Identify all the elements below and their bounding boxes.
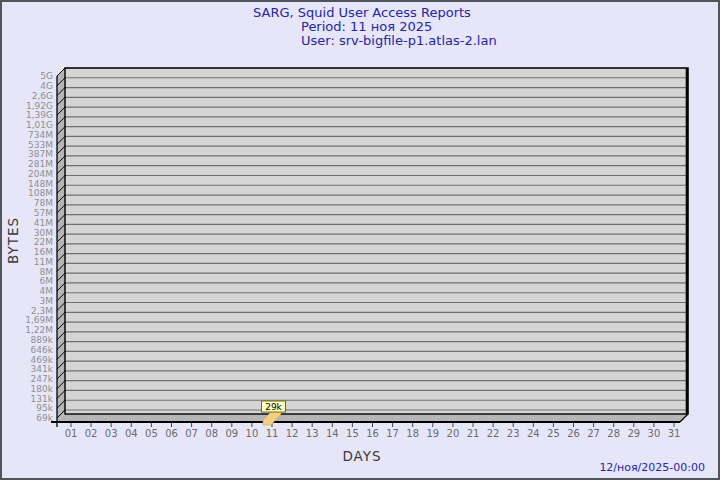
x-tick-label: 27 bbox=[587, 428, 600, 439]
x-tick-label: 16 bbox=[366, 428, 379, 439]
y-tick-label: 1,22M bbox=[25, 325, 53, 335]
y-tick-label: 1,69M bbox=[25, 315, 53, 325]
y-tick-label: 180k bbox=[31, 384, 54, 394]
y-tick-label: 3M bbox=[40, 296, 54, 306]
x-tick-label: 15 bbox=[346, 428, 359, 439]
x-tick-label: 03 bbox=[105, 428, 118, 439]
y-tick-label: 57M bbox=[34, 208, 53, 218]
y-tick-label: 1,92G bbox=[26, 101, 53, 111]
y-tick-label: 6M bbox=[40, 276, 54, 286]
y-tick-label: 16M bbox=[34, 247, 53, 257]
x-tick-label: 11 bbox=[266, 428, 279, 439]
x-tick-label: 30 bbox=[648, 428, 661, 439]
x-tick-label: 22 bbox=[487, 428, 500, 439]
plot-area bbox=[65, 68, 688, 414]
x-tick-label: 29 bbox=[627, 428, 640, 439]
sarg-report-page: SARG, Squid User Access Reports Period: … bbox=[0, 0, 720, 480]
floor-3d bbox=[57, 414, 688, 422]
x-tick-label: 01 bbox=[65, 428, 78, 439]
y-tick-label: 41M bbox=[34, 218, 53, 228]
x-tick-label: 18 bbox=[406, 428, 419, 439]
x-tick-label: 28 bbox=[607, 428, 620, 439]
y-tick-label: 11M bbox=[34, 257, 53, 267]
y-tick-label: 281M bbox=[28, 159, 53, 169]
x-tick-label: 10 bbox=[246, 428, 259, 439]
y-tick-label: 95k bbox=[36, 403, 53, 413]
x-tick-label: 13 bbox=[306, 428, 319, 439]
x-tick-label: 07 bbox=[185, 428, 198, 439]
x-tick-label: 12 bbox=[286, 428, 299, 439]
y-tick-label: 2,6G bbox=[32, 91, 53, 101]
y-tick-label: 734M bbox=[28, 130, 53, 140]
x-tick-label: 31 bbox=[668, 428, 681, 439]
y-axis-title: BYTES bbox=[5, 194, 21, 286]
y-tick-label: 148M bbox=[28, 179, 53, 189]
bar-value-label: 29k bbox=[265, 402, 282, 412]
y-tick-label: 108M bbox=[28, 188, 53, 198]
y-tick-label: 341k bbox=[31, 364, 54, 374]
y-tick-label: 469k bbox=[31, 355, 54, 365]
x-tick-label: 04 bbox=[125, 428, 138, 439]
x-tick-label: 17 bbox=[386, 428, 399, 439]
y-tick-label: 30M bbox=[34, 228, 53, 238]
x-tick-label: 25 bbox=[547, 428, 560, 439]
x-tick-label: 20 bbox=[447, 428, 460, 439]
y-tick-label: 533M bbox=[28, 140, 53, 150]
y-tick-label: 247k bbox=[31, 374, 54, 384]
y-tick-label: 4M bbox=[40, 286, 54, 296]
bytes-per-day-bar-chart: 5G4G2,6G1,92G1,39G1,01G734M533M387M281M2… bbox=[2, 2, 720, 480]
y-tick-label: 4G bbox=[40, 81, 53, 91]
x-tick-label: 14 bbox=[326, 428, 339, 439]
y-tick-label: 1,01G bbox=[26, 120, 53, 130]
y-tick-label: 1,39G bbox=[26, 110, 53, 120]
report-timestamp: 12/ноя/2025-00:00 bbox=[599, 461, 705, 474]
x-tick-label: 23 bbox=[507, 428, 520, 439]
y-tick-label: 5G bbox=[40, 71, 53, 81]
y-tick-label: 204M bbox=[28, 169, 53, 179]
y-tick-label: 8M bbox=[40, 267, 54, 277]
y-tick-label: 2,3M bbox=[31, 306, 53, 316]
y-tick-label: 889k bbox=[31, 335, 54, 345]
y-tick-label: 387M bbox=[28, 149, 53, 159]
x-tick-label: 06 bbox=[165, 428, 178, 439]
x-tick-label: 05 bbox=[145, 428, 158, 439]
y-tick-label: 22M bbox=[34, 237, 53, 247]
x-tick-label: 08 bbox=[205, 428, 218, 439]
x-tick-label: 24 bbox=[527, 428, 540, 439]
y-tick-label: 131k bbox=[31, 394, 54, 404]
y-tick-label: 646k bbox=[31, 345, 54, 355]
x-tick-label: 02 bbox=[85, 428, 98, 439]
x-tick-label: 19 bbox=[426, 428, 439, 439]
y-tick-label: 78M bbox=[34, 198, 53, 208]
x-tick-label: 21 bbox=[467, 428, 480, 439]
x-tick-label: 26 bbox=[567, 428, 580, 439]
x-tick-label: 09 bbox=[225, 428, 238, 439]
